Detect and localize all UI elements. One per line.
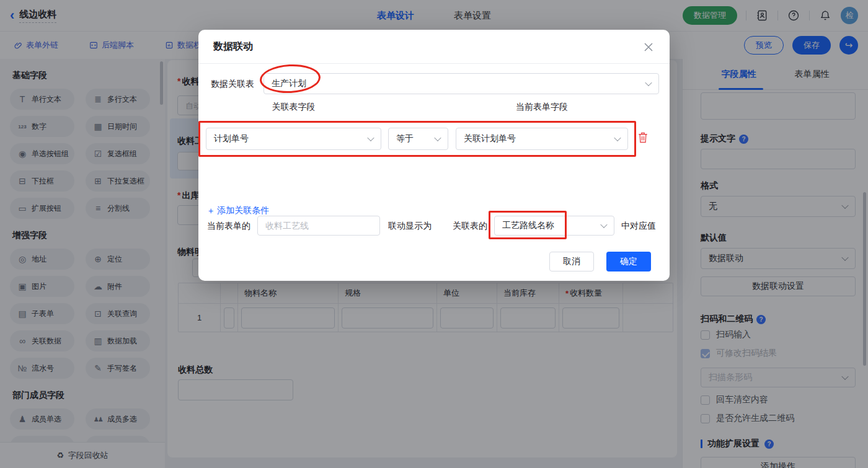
- chevron-down-icon: [614, 135, 621, 141]
- current-field-column-header: 当前表单字段: [456, 102, 628, 113]
- app-root: ‹ 线边收料 表单设计 表单设置 数据管理: [0, 0, 868, 468]
- suffix-label: 中对应值: [621, 221, 656, 232]
- current-field-input[interactable]: [257, 216, 380, 236]
- condition-field-select[interactable]: 计划单号: [206, 128, 381, 150]
- cancel-button[interactable]: 取消: [549, 252, 594, 272]
- plus-icon: +: [208, 206, 213, 216]
- chevron-down-icon: [600, 221, 607, 228]
- add-condition-button[interactable]: + 添加关联条件: [208, 205, 269, 216]
- link-table-select[interactable]: 生产计划: [264, 73, 659, 94]
- close-icon[interactable]: [641, 40, 656, 55]
- chevron-down-icon: [645, 79, 652, 86]
- chevron-down-icon: [434, 135, 441, 141]
- current-form-label: 当前表单的: [207, 221, 250, 232]
- linked-display-field-select[interactable]: 工艺路线名称: [494, 216, 614, 236]
- condition-target-select[interactable]: 关联计划单号: [456, 128, 628, 150]
- display-as-label: 联动显示为: [388, 221, 432, 232]
- confirm-button[interactable]: 确定: [606, 252, 651, 272]
- link-table-label: 数据关联表: [211, 79, 254, 90]
- condition-operator-select[interactable]: 等于: [388, 128, 448, 150]
- linked-field-column-header: 关联表字段: [206, 102, 381, 113]
- modal-title: 数据联动: [213, 40, 253, 53]
- delete-condition-icon[interactable]: [637, 131, 650, 145]
- data-linkage-modal: 数据联动 数据关联表 生产计划 关联表字段 当前表单字段 计划单号 等于 关联计…: [198, 30, 670, 281]
- chevron-down-icon: [367, 135, 374, 141]
- modal-header-divider: [198, 63, 670, 64]
- linked-table-label: 关联表的: [453, 221, 487, 232]
